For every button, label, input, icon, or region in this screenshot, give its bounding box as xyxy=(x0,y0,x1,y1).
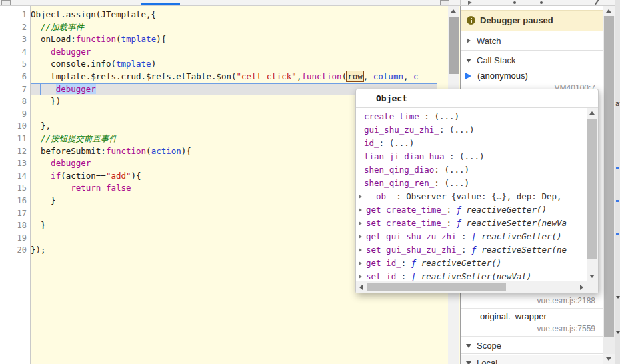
line-number[interactable]: 17 xyxy=(0,207,27,220)
code-text: ){ xyxy=(131,171,141,181)
line-number[interactable]: 2 xyxy=(0,21,27,34)
scroll-down-button[interactable] xyxy=(587,271,598,281)
scroll-left-button[interactable] xyxy=(356,282,366,292)
resume-icon[interactable] xyxy=(468,1,472,5)
scroll-thumb[interactable] xyxy=(604,16,614,337)
frame-location[interactable]: vue.esm.js:7559 xyxy=(461,323,603,335)
scroll-thumb[interactable] xyxy=(449,17,459,74)
code-text: onLoad: xyxy=(31,34,76,44)
scroll-down-button[interactable] xyxy=(603,354,615,364)
code-keyword: function xyxy=(106,146,146,156)
function-preview: reactiveGetter() xyxy=(467,205,547,215)
property-value[interactable]: (...) xyxy=(449,125,475,135)
step-over-icon[interactable] xyxy=(513,1,516,4)
line-number[interactable]: 7 xyxy=(0,83,27,96)
background-link-fragment xyxy=(616,200,619,202)
line-number[interactable]: 5 xyxy=(0,58,27,71)
scroll-up-button[interactable] xyxy=(603,6,615,16)
property-value[interactable]: (...) xyxy=(444,165,469,175)
expandable-row[interactable]: get create_time_: ƒ reactiveGetter() xyxy=(356,203,587,217)
frame-anonymous[interactable]: (anonymous) xyxy=(461,69,603,83)
chevron-down-icon xyxy=(466,59,471,63)
accessor-name: set id_ xyxy=(366,271,401,281)
navigator-toggle-icon[interactable] xyxy=(1,0,11,5)
line-number[interactable]: 14 xyxy=(0,170,27,183)
popup-vertical-scrollbar[interactable] xyxy=(587,108,598,281)
code-comment: //按钮提交前置事件 xyxy=(31,133,117,143)
scroll-right-button[interactable] xyxy=(577,282,587,292)
expand-icon[interactable] xyxy=(359,195,362,199)
scroll-thumb[interactable] xyxy=(367,283,506,291)
line-number[interactable]: 20 xyxy=(0,244,27,257)
active-tab-indicator[interactable] xyxy=(141,3,180,5)
line-number[interactable]: 6 xyxy=(0,71,27,83)
property-value: : Observer {value: {…}, dep: Dep, xyxy=(396,191,561,201)
section-scope[interactable]: Scope xyxy=(461,337,603,354)
line-number[interactable]: 1 xyxy=(0,9,27,21)
line-number[interactable]: 19 xyxy=(0,232,27,245)
step-into-icon[interactable] xyxy=(540,1,543,4)
colon: : xyxy=(401,271,411,281)
line-number[interactable]: 9 xyxy=(0,108,27,121)
sidebar-scrollbar[interactable] xyxy=(603,6,615,364)
frame-original-wrapper[interactable]: original._wrapper xyxy=(461,310,603,323)
scroll-thumb[interactable] xyxy=(587,119,597,259)
line-number[interactable]: 13 xyxy=(0,157,27,170)
scroll-up-button[interactable] xyxy=(448,6,459,16)
divider xyxy=(461,308,603,309)
code-line[interactable]: //加载事件 xyxy=(31,21,437,34)
code-line[interactable]: console.info(tmplate) xyxy=(31,58,437,71)
section-call-stack[interactable]: Call Stack xyxy=(461,51,603,69)
current-frame-arrow-icon xyxy=(465,73,471,79)
expand-icon[interactable] xyxy=(359,248,362,252)
scroll-up-button[interactable] xyxy=(587,108,598,118)
up-arrow-icon xyxy=(589,111,595,115)
property-name: id_ xyxy=(364,138,379,148)
function-preview: reactiveSetter(ne xyxy=(481,245,567,255)
line-number[interactable]: 18 xyxy=(0,219,27,232)
expandable-row[interactable]: set id_: ƒ reactiveSetter(newVal) xyxy=(356,270,587,281)
expandable-row[interactable]: set create_time_: ƒ reactiveSetter(newVa xyxy=(356,217,587,230)
popup-body: create_time_: (...) gui_shu_zu_zhi_: (..… xyxy=(356,108,587,281)
line-number[interactable]: 12 xyxy=(0,145,27,158)
toolbar-icon[interactable] xyxy=(440,0,449,5)
code-keyword: function xyxy=(301,71,341,81)
expandable-row[interactable]: get gui_shu_zu_zhi_: ƒ reactiveGetter() xyxy=(356,230,587,243)
line-number[interactable]: 10 xyxy=(0,120,27,133)
code-text xyxy=(31,84,56,94)
section-local[interactable]: Local xyxy=(461,355,603,364)
chevron-down-icon xyxy=(466,361,471,364)
section-watch[interactable]: Watch xyxy=(461,31,603,51)
line-number[interactable]: 3 xyxy=(0,33,27,46)
line-number[interactable]: 4 xyxy=(0,46,27,59)
frame-location[interactable]: vue.esm.js:2188 xyxy=(461,295,603,307)
line-number[interactable]: 11 xyxy=(0,133,27,145)
background-chevron-fragment xyxy=(616,296,620,299)
expand-icon[interactable] xyxy=(359,275,362,279)
expandable-row[interactable]: get id_: ƒ reactiveGetter() xyxy=(356,257,587,270)
colon: : xyxy=(446,218,456,228)
line-number[interactable]: 8 xyxy=(0,95,27,108)
deactivate-breakpoints-icon[interactable] xyxy=(595,0,599,5)
code-line[interactable]: tmplate.$refs.crud.$refs.elTable.$on("ce… xyxy=(31,71,437,83)
hovered-variable-row-token[interactable]: row xyxy=(346,71,364,82)
colon: : xyxy=(424,111,434,121)
line-number[interactable]: 16 xyxy=(0,195,27,207)
function-symbol: ƒ xyxy=(471,231,481,241)
code-line[interactable]: onLoad:function(tmplate){ xyxy=(31,33,437,46)
property-value[interactable]: (...) xyxy=(459,151,485,161)
line-number[interactable]: 15 xyxy=(0,182,27,195)
code-text: console.info( xyxy=(31,59,116,69)
property-value[interactable]: (...) xyxy=(434,111,459,121)
code-line[interactable]: Object.assign(JTemplate,{ xyxy=(31,9,437,21)
expand-icon[interactable] xyxy=(359,235,362,239)
expand-icon[interactable] xyxy=(359,261,362,265)
property-value[interactable]: (...) xyxy=(389,138,415,148)
code-line[interactable]: debugger xyxy=(31,46,437,59)
expand-icon[interactable] xyxy=(359,221,362,225)
expandable-row[interactable]: set gui_shu_zu_zhi_: ƒ reactiveSetter(ne xyxy=(356,243,587,257)
popup-horizontal-scrollbar[interactable] xyxy=(356,281,587,293)
expand-icon[interactable] xyxy=(359,208,362,212)
expandable-row[interactable]: __ob__: Observer {value: {…}, dep: Dep, xyxy=(356,190,587,203)
property-value[interactable]: (...) xyxy=(444,178,469,188)
